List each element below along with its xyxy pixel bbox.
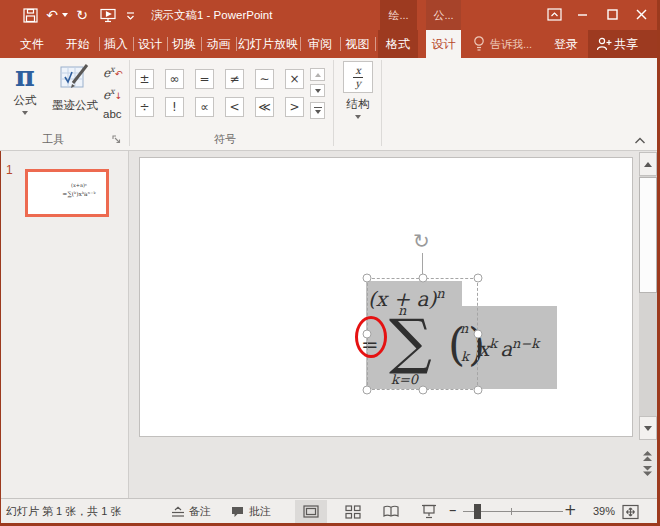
title-bar: ↶ ↻ 演示文稿1 - PowerPoint 绘... 公... xyxy=(0,0,660,30)
reading-view-button[interactable] xyxy=(383,505,399,518)
undo-icon: ↶ xyxy=(46,8,58,22)
selection-handle-middle-right[interactable] xyxy=(474,330,483,339)
fit-to-window-button[interactable] xyxy=(622,504,639,520)
triangle-down-icon xyxy=(315,89,321,93)
zoom-out-button[interactable]: – xyxy=(449,502,457,518)
scroll-up-button[interactable] xyxy=(639,152,657,176)
minimize-icon xyxy=(577,9,588,20)
tab-review[interactable]: 审阅 xyxy=(300,30,340,58)
tab-transitions[interactable]: 切换 xyxy=(167,30,201,58)
slideshow-monitor-icon xyxy=(100,8,117,23)
selection-handle-bottom-right[interactable] xyxy=(474,386,483,395)
symbol-equals-button[interactable]: = xyxy=(195,69,214,89)
tab-separator xyxy=(167,37,168,51)
tab-view[interactable]: 视图 xyxy=(340,30,375,58)
tab-design[interactable]: 设计 xyxy=(133,30,167,58)
equation-label: 公式 xyxy=(14,93,37,107)
arrow-down-icon: ↓ xyxy=(115,91,123,101)
linear-format-button[interactable]: ex↓ xyxy=(103,85,129,105)
undo-dropdown-icon[interactable] xyxy=(62,13,68,17)
undo-button[interactable]: ↶ xyxy=(43,6,61,24)
tab-separator xyxy=(236,37,237,51)
normal-view-button[interactable] xyxy=(295,500,327,523)
contextual-group-drawing-tools[interactable]: 绘... xyxy=(380,0,417,30)
symbol-infinity-button[interactable]: ∞ xyxy=(165,69,184,89)
symbols-scroll-up-button[interactable] xyxy=(310,68,325,81)
symbols-more-button[interactable] xyxy=(310,102,325,119)
tab-separator xyxy=(99,37,100,51)
slide-sorter-view-button[interactable] xyxy=(345,505,361,519)
symbol-less-than-button[interactable]: < xyxy=(225,97,244,117)
ink-equation-label: 墨迹公式 xyxy=(52,98,98,112)
ribbon: π 公式 墨迹公式 ex↶ ex↓ abc 工具 ± ∞ = ≠ ∼ × ÷ ! xyxy=(0,58,660,151)
minimize-button[interactable] xyxy=(572,6,592,23)
selection-handle-top-right[interactable] xyxy=(474,274,483,283)
selection-handle-top-center[interactable] xyxy=(419,274,428,283)
triangle-down-icon xyxy=(644,426,652,431)
start-slideshow-button[interactable] xyxy=(97,6,119,24)
chevron-down-icon xyxy=(355,115,361,119)
close-button[interactable] xyxy=(630,6,652,23)
sign-in-button[interactable]: 登录 xyxy=(545,30,587,58)
tab-file[interactable]: 文件 xyxy=(8,30,56,58)
selection-handle-top-left[interactable] xyxy=(363,274,372,283)
previous-slide-button[interactable] xyxy=(641,450,654,462)
slideshow-view-button[interactable] xyxy=(421,504,437,519)
qat-customize-button[interactable] xyxy=(124,9,136,23)
redo-button[interactable]: ↻ xyxy=(73,6,91,24)
vertical-scrollbar-thumb[interactable] xyxy=(639,177,657,293)
tab-animations[interactable]: 动画 xyxy=(201,30,236,58)
ink-equation-button[interactable]: 墨迹公式 xyxy=(47,61,103,127)
professional-format-button[interactable]: ex↶ xyxy=(103,63,129,83)
comments-button[interactable]: 批注 xyxy=(249,504,271,519)
tab-home[interactable]: 开始 xyxy=(56,30,99,58)
powerpoint-window: ↶ ↻ 演示文稿1 - PowerPoint 绘... 公... xyxy=(0,0,660,526)
term-x-exponent: k xyxy=(489,336,497,351)
ribbon-tab-row: 文件 开始 插入 设计 切换 动画 幻灯片放映 审阅 视图 格式 设计 告诉我.… xyxy=(0,30,660,58)
structures-button[interactable]: x y 结构 xyxy=(339,61,377,127)
share-label: 共享 xyxy=(614,30,650,58)
tell-me-box[interactable]: 告诉我... xyxy=(490,34,532,54)
redo-icon: ↻ xyxy=(76,8,88,22)
zoom-percentage[interactable]: 39% xyxy=(581,504,615,519)
symbol-proportional-button[interactable]: ∝ xyxy=(195,97,214,117)
symbol-divide-button[interactable]: ÷ xyxy=(135,97,154,117)
zoom-slider-thumb[interactable] xyxy=(474,504,481,519)
symbol-factorial-button[interactable]: ! xyxy=(165,97,184,117)
symbol-plus-minus-button[interactable]: ± xyxy=(135,69,154,89)
zoom-in-button[interactable]: + xyxy=(564,502,577,518)
normal-text-button[interactable]: abc xyxy=(103,108,129,124)
tools-dialog-launcher[interactable] xyxy=(112,135,121,144)
symbol-tilde-button[interactable]: ∼ xyxy=(255,69,274,89)
symbol-much-less-button[interactable]: ≪ xyxy=(255,97,274,117)
pi-equation-icon: π xyxy=(15,61,35,93)
contextual-group-equation-tools[interactable]: 公... xyxy=(426,0,461,30)
fraction-numerator: x xyxy=(355,66,361,76)
rotate-handle[interactable]: ↻ xyxy=(413,231,430,251)
symbol-not-equal-button[interactable]: ≠ xyxy=(225,69,244,89)
share-button[interactable]: 共享 xyxy=(588,30,657,58)
tab-equation-design-active[interactable]: 设计 xyxy=(426,30,461,58)
fraction-denominator: y xyxy=(355,79,361,89)
tab-separator xyxy=(133,37,134,51)
selection-handle-bottom-center[interactable] xyxy=(419,386,428,395)
symbol-times-button[interactable]: × xyxy=(285,69,304,89)
thumbnail-equation-line2: =∑(ᵏ)xᵏaⁿ⁻ᵏ xyxy=(52,189,106,198)
tab-insert[interactable]: 插入 xyxy=(99,30,133,58)
symbol-greater-than-button[interactable]: > xyxy=(285,97,304,117)
symbols-scroll-down-button[interactable] xyxy=(310,84,325,97)
save-button[interactable] xyxy=(20,6,40,24)
tab-slideshow[interactable]: 幻灯片放映 xyxy=(236,30,300,58)
tell-me-lightbulb-icon xyxy=(472,35,486,53)
tab-format-contextual[interactable]: 格式 xyxy=(378,30,418,58)
ribbon-display-options-button[interactable] xyxy=(545,6,563,23)
next-slide-button[interactable] xyxy=(641,465,654,477)
qat-customize-icon xyxy=(126,12,135,21)
notes-button[interactable]: 备注 xyxy=(189,504,211,519)
slide-number: 1 xyxy=(6,163,13,177)
selection-handle-bottom-left[interactable] xyxy=(363,386,372,395)
scroll-down-button[interactable] xyxy=(639,416,657,440)
collapse-ribbon-button[interactable] xyxy=(633,135,647,146)
maximize-button[interactable] xyxy=(602,6,622,23)
equation-button[interactable]: π 公式 xyxy=(5,61,45,127)
